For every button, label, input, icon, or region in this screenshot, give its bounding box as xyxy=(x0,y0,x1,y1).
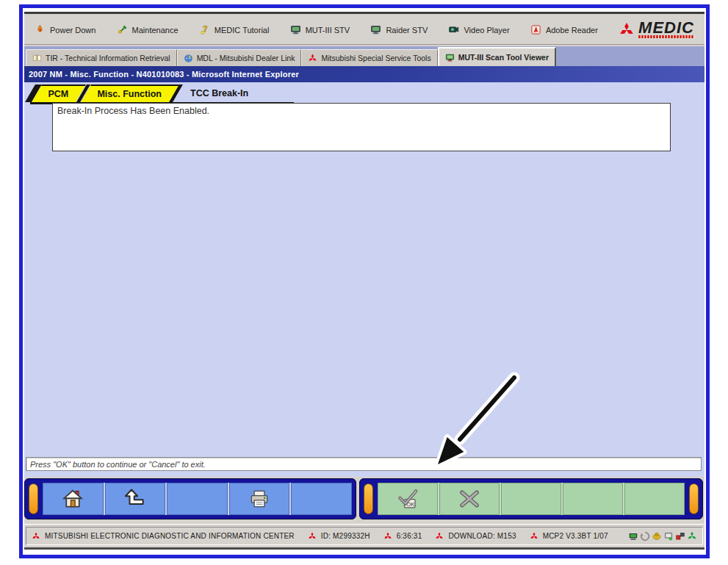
status-item-version: MCP2 V3.3BT 1/07 xyxy=(530,532,608,541)
status-item-center-name: MITSUBISHI ELECTRONIC DIAGNOSTIC AND INF… xyxy=(32,532,295,541)
monitor-green-icon xyxy=(445,53,455,62)
monitor-icon xyxy=(370,24,381,35)
globe-icon xyxy=(184,54,193,63)
toolbar-button-label: MEDIC Tutorial xyxy=(215,26,270,35)
ok-check-icon xyxy=(397,488,419,510)
tutorial-icon xyxy=(199,24,210,35)
tray-recycle-icon[interactable] xyxy=(640,531,650,541)
video-player-icon xyxy=(448,24,459,35)
toolbar-button-label: Maintenance xyxy=(132,26,179,35)
tray-network-icon[interactable] xyxy=(675,531,685,541)
breadcrumb: PCM Misc. Function TCC Break-In xyxy=(30,84,294,104)
toolbar-button-label: Video Player xyxy=(464,26,509,35)
breadcrumb-tab-tcc-break-in: TCC Break-In xyxy=(173,84,265,102)
toolbar-button-adobe-reader[interactable]: Adobe Reader xyxy=(530,24,598,35)
mitsubishi-red-icon xyxy=(383,532,392,541)
breadcrumb-label: TCC Break-In xyxy=(190,88,248,98)
message-text: Break-In Process Has Been Enabled. xyxy=(57,106,209,116)
window-title-bar: 2007 NM - Misc. Function - N401010083 - … xyxy=(24,66,704,82)
toolbar-button-power-down[interactable]: Power Down xyxy=(35,24,95,35)
toolbar-button-mut3-stv[interactable]: MUT-III STV xyxy=(290,24,350,35)
book-icon xyxy=(32,54,42,63)
tab-tir[interactable]: TIR - Technical Information Retrieval xyxy=(26,49,177,66)
medic-logo: MEDIC xyxy=(619,21,694,38)
toolbar-button-label: Raider STV xyxy=(386,26,428,35)
medic-window: Power Down Maintenance MEDIC Tutorial MU… xyxy=(24,12,704,550)
toolbar-button-label: Power Down xyxy=(50,26,95,35)
system-tray xyxy=(628,531,697,541)
medic-logo-strip xyxy=(638,35,694,38)
toolbar-button-maintenance[interactable]: Maintenance xyxy=(117,24,179,35)
tab-label: MUT-III Scan Tool Viewer xyxy=(458,53,549,62)
adobe-reader-icon xyxy=(530,24,541,35)
medic-logo-text: MEDIC xyxy=(638,21,694,35)
toolbar-button-raider-stv[interactable]: Raider STV xyxy=(370,24,428,35)
blank-button[interactable] xyxy=(561,483,623,515)
ok-button[interactable] xyxy=(378,483,438,515)
tab-label: MDL - Mitsubishi Dealer Link xyxy=(197,54,295,62)
main-content: PCM Misc. Function TCC Break-In Break-In… xyxy=(24,82,704,477)
power-down-icon xyxy=(35,24,46,35)
nav-toolbar xyxy=(24,478,356,519)
toolbar-grip xyxy=(29,483,38,514)
status-item-download: DOWNLOAD: M153 xyxy=(435,532,516,541)
screenshot-frame: Power Down Maintenance MEDIC Tutorial MU… xyxy=(19,4,710,558)
mitsubishi-green-icon[interactable] xyxy=(687,531,697,541)
toolbar-button-label: MUT-III STV xyxy=(306,26,350,35)
message-box: Break-In Process Has Been Enabled. xyxy=(52,103,671,151)
page: Power Down Maintenance MEDIC Tutorial MU… xyxy=(0,0,728,565)
tab-mut3-scan-tool-viewer[interactable]: MUT-III Scan Tool Viewer xyxy=(438,47,556,66)
toolbar-button-medic-tutorial[interactable]: MEDIC Tutorial xyxy=(199,24,270,35)
cancel-button[interactable] xyxy=(438,483,500,515)
breadcrumb-label: PCM xyxy=(48,89,68,99)
toolbar-grip xyxy=(689,483,699,514)
printer-icon xyxy=(248,488,270,510)
tab-mdl[interactable]: MDL - Mitsubishi Dealer Link xyxy=(177,49,302,66)
breadcrumb-tab-misc-function[interactable]: Misc. Function xyxy=(81,84,179,102)
app-tab-bar: TIR - Technical Information Retrieval MD… xyxy=(24,46,704,66)
home-button[interactable] xyxy=(43,483,104,515)
home-icon xyxy=(62,488,84,510)
prompt-bar: Press "OK" button to continue or "Cancel… xyxy=(26,457,702,471)
window-title: 2007 NM - Misc. Function - N401010083 - … xyxy=(29,70,299,79)
status-bar: MITSUBISHI ELECTRONIC DIAGNOSTIC AND INF… xyxy=(24,524,704,547)
status-item-time: 6:36:31 xyxy=(383,532,422,541)
mitsubishi-red-icon xyxy=(308,54,317,63)
mitsubishi-red-icon xyxy=(435,532,444,541)
up-arrow-icon xyxy=(124,488,146,510)
status-text: MCP2 V3.3BT 1/07 xyxy=(543,532,608,540)
mitsubishi-red-icon xyxy=(619,22,635,38)
blank-button[interactable] xyxy=(623,483,685,515)
prompt-text: Press "OK" button to continue or "Cancel… xyxy=(30,460,206,469)
monitor-icon xyxy=(290,24,301,35)
tray-scanner-icon[interactable] xyxy=(628,531,638,541)
blank-button[interactable] xyxy=(289,483,352,515)
toolbar-button-label: Adobe Reader xyxy=(546,26,598,35)
maintenance-icon xyxy=(117,24,128,35)
breadcrumb-label: Misc. Function xyxy=(97,89,162,99)
blank-button[interactable] xyxy=(500,483,561,515)
mitsubishi-red-icon xyxy=(308,532,317,541)
mitsubishi-red-icon xyxy=(530,532,538,541)
tab-label: TIR - Technical Information Retrieval xyxy=(46,54,170,62)
back-button[interactable] xyxy=(104,483,166,515)
status-text: ID: M299332H xyxy=(321,532,370,540)
toolbar-grip xyxy=(364,483,373,514)
x-mark-icon xyxy=(458,488,480,510)
bottom-toolbars xyxy=(24,478,704,522)
status-item-id: ID: M299332H xyxy=(308,532,370,541)
annotation-arrow xyxy=(425,369,535,479)
action-toolbar xyxy=(359,478,703,519)
toolbar-button-video-player[interactable]: Video Player xyxy=(448,24,509,35)
top-toolbar: Power Down Maintenance MEDIC Tutorial MU… xyxy=(24,15,704,45)
blank-button[interactable] xyxy=(165,483,228,515)
tab-label: Mitsubishi Special Service Tools xyxy=(321,54,430,62)
status-text: DOWNLOAD: M153 xyxy=(448,532,516,540)
status-text: 6:36:31 xyxy=(397,532,422,540)
tray-gold-icon[interactable] xyxy=(652,531,662,541)
tab-special-service-tools[interactable]: Mitsubishi Special Service Tools xyxy=(301,49,437,66)
status-text: MITSUBISHI ELECTRONIC DIAGNOSTIC AND INF… xyxy=(45,532,295,540)
tray-device-icon[interactable] xyxy=(663,531,674,541)
mitsubishi-red-icon xyxy=(32,532,40,541)
print-button[interactable] xyxy=(228,483,290,515)
